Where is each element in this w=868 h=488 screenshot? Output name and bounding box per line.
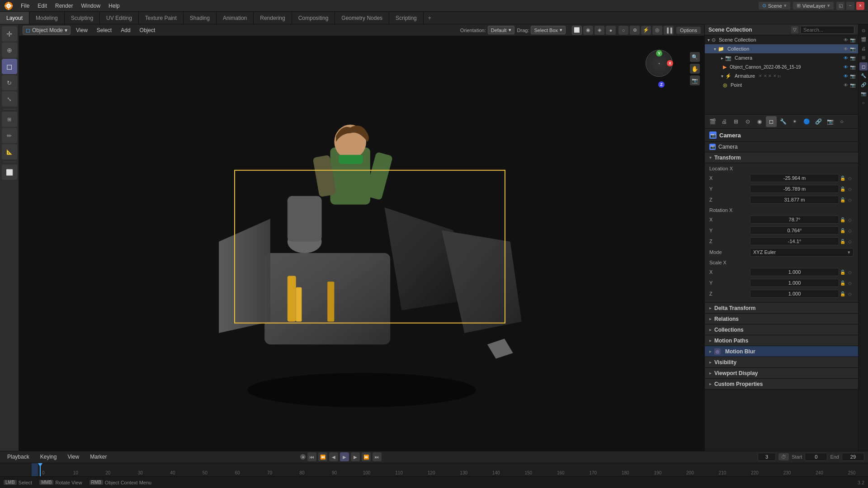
tl-next-frame-btn[interactable]: ▶ [351,452,360,461]
rotation-x-keyframe[interactable]: ◇ [846,216,854,223]
scale-y-keyframe[interactable]: ◇ [846,279,854,286]
rotation-x-lock[interactable]: 🔓 [839,216,846,223]
scale-z-lock[interactable]: 🔓 [839,290,846,297]
tab-shading[interactable]: Shading [184,12,217,24]
rotation-z-keyframe[interactable]: ◇ [846,238,854,245]
solid-btn[interactable]: ◉ [583,26,593,35]
select-tool[interactable]: ◻ [2,59,17,74]
location-x-lock[interactable]: 🔓 [839,174,846,182]
outliner-collection[interactable]: ▾ 📁 Collection 👁 📷 [705,44,858,53]
scene-selector[interactable]: ⊙ Scene ▾ [759,2,790,9]
outliner-scene-collection[interactable]: ▾ ⊙ Scene Collection 👁 📷 [705,35,858,44]
custom-properties-section-header[interactable]: ▸ Custom Properties [705,379,858,389]
gizmo-z-axis[interactable]: Z [658,81,665,88]
tl-prev-frame-btn[interactable]: ◀ [329,452,338,461]
material-btn[interactable]: ◈ [594,26,604,35]
tab-uv-editing[interactable]: UV Editing [100,12,139,24]
location-x-value[interactable]: -25.964 m [750,174,839,182]
viewport-display-section-header[interactable]: ▸ Viewport Display [705,368,858,379]
tab-sculpting[interactable]: Sculpting [65,12,100,24]
vis-eye[interactable]: 👁 [844,38,848,42]
tl-skip-end-btn[interactable]: ⏭ [373,452,382,461]
prop-tab-data[interactable]: 📷 [825,116,835,127]
ri-scene-icon[interactable]: ⊙ [859,26,868,34]
proportional-btn[interactable]: ◎ [652,26,662,35]
timeline-ruler[interactable]: 0 10 20 30 40 50 60 70 80 90 100 110 120… [0,463,868,476]
ri-material-icon[interactable]: ○ [859,99,868,107]
gizmo-x-axis[interactable]: X [667,60,673,66]
tl-marker-menu[interactable]: Marker [86,453,110,461]
tl-play-btn[interactable]: ▶ [340,452,349,461]
scale-tool[interactable]: ⤡ [2,91,17,107]
ri-modifier-icon[interactable]: 🔧 [859,71,868,80]
header-btn-2[interactable]: − [846,2,854,10]
measure-tool[interactable]: 📐 [2,144,17,160]
outliner-search[interactable] [800,26,854,34]
tab-texture-paint[interactable]: Texture Paint [139,12,184,24]
location-z-value[interactable]: 31.877 m [750,196,839,204]
prop-tab-physics[interactable]: 🔵 [801,116,812,127]
prop-tab-particles[interactable]: ✴ [789,116,800,127]
point-vis-render[interactable]: 📷 [850,83,855,88]
outliner-point[interactable]: ◎ Point 👁 📷 [705,80,858,89]
wireframe-btn[interactable]: ⬜ [572,26,582,35]
tl-dot[interactable]: ● [300,454,306,460]
ri-output-icon[interactable]: 🖨 [859,44,868,52]
scale-z-value[interactable]: 1.000 [750,290,839,298]
rotate-tool[interactable]: ↻ [2,75,17,90]
col-vis-render[interactable]: 📷 [850,47,855,52]
scale-y-value[interactable]: 1.000 [750,279,839,287]
location-y-value[interactable]: -95.789 m [750,185,839,193]
drag-dropdown[interactable]: Select Box▾ [531,26,566,34]
rotation-z-value[interactable]: -14.1° [750,237,839,245]
viewport-canvas[interactable]: X Y • Z 🔍 ✋ [19,36,704,451]
point-vis-eye[interactable]: 👁 [844,83,848,88]
add-tool[interactable]: ⬜ [2,164,17,180]
tab-compositing[interactable]: Compositing [292,12,335,24]
transform-tool[interactable]: ⊞ [2,112,17,127]
viewport-add-menu[interactable]: Add [117,26,134,34]
orientation-dropdown[interactable]: Default▾ [488,26,514,34]
tl-current-frame[interactable]: 3 [758,453,776,461]
outliner-camera[interactable]: ▸ 📷 Camera 👁 📷 [705,53,858,62]
ri-data-icon[interactable]: 📷 [859,89,868,98]
outliner-cannon-obj[interactable]: ▶ Object_Cannon_2022-08-26_15-19 👁 📷 [705,62,858,71]
gizmo-btn[interactable]: ⊕ [630,26,640,35]
render-btn[interactable]: ● [606,26,616,35]
rotation-mode-dropdown[interactable]: XYZ Euler ▾ [750,248,854,257]
menu-render[interactable]: Render [52,2,76,10]
view-layer-selector[interactable]: ⊞ ViewLayer ▾ [793,2,834,9]
prop-tab-scene[interactable]: ⊙ [742,116,753,127]
scale-x-keyframe[interactable]: ◇ [846,268,854,276]
location-z-lock[interactable]: 🔓 [839,196,846,203]
outliner-armature[interactable]: ▾ ⚡ Armature ✕ ✕ ✕ ✕ ₂₅ 👁 📷 [705,71,858,80]
zoom-to-fit-btn[interactable]: 🔍 [690,52,700,62]
rotation-x-value[interactable]: 78.7° [750,216,839,224]
cannon-vis-render[interactable]: 📷 [850,65,855,70]
collections-section-header[interactable]: ▸ Collections [705,324,858,335]
tl-prev-keyframe-btn[interactable]: ⏪ [318,452,327,461]
ri-view-layer-icon[interactable]: ⊞ [859,53,868,61]
tl-start-frame[interactable]: 0 [805,453,827,461]
tl-end-frame[interactable]: 29 [842,453,864,461]
hand-tool-btn[interactable]: ✋ [690,64,700,74]
prop-tab-output[interactable]: 🖨 [719,116,730,127]
object-mode-dropdown[interactable]: ◻ Object Mode ▾ [23,26,71,35]
col-vis-eye[interactable]: 👁 [844,47,848,52]
prop-tab-constraints[interactable]: 🔗 [813,116,824,127]
rotation-y-value[interactable]: 0.764° [750,226,839,235]
scale-y-lock[interactable]: 🔓 [839,279,846,286]
prop-tab-modifier[interactable]: 🔧 [778,116,788,127]
tab-rendering[interactable]: Rendering [254,12,292,24]
header-btn-1[interactable]: ◱ [836,2,844,10]
cam-vis-eye[interactable]: 👁 [844,56,848,61]
scale-x-lock[interactable]: 🔓 [839,268,846,276]
viewport-object-menu[interactable]: Object [136,26,159,34]
prop-tab-object[interactable]: ◻ [766,116,777,127]
location-y-lock[interactable]: 🔓 [839,185,846,192]
annotate-tool[interactable]: ✏ [2,128,17,143]
motion-paths-section-header[interactable]: ▸ Motion Paths [705,335,858,346]
cursor-tool[interactable]: ✛ [2,26,17,42]
tl-next-keyframe-btn[interactable]: ⏩ [362,452,371,461]
move-tool[interactable]: ⊕ [2,42,17,58]
